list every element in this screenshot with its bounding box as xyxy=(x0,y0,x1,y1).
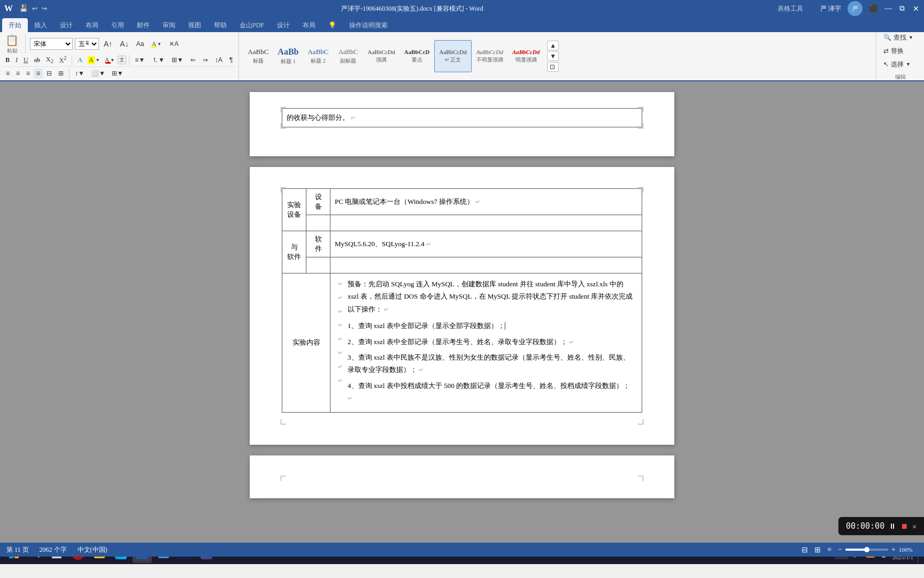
zoom-minus[interactable]: − xyxy=(838,545,842,554)
tab-table-design[interactable]: 设计 xyxy=(271,18,296,32)
timer-widget: 00:00:00 ⏸ ⏹ ✕ xyxy=(838,517,924,535)
tab-view[interactable]: 视图 xyxy=(182,18,207,32)
tab-review[interactable]: 审阅 xyxy=(156,18,182,32)
quick-save[interactable]: 💾 xyxy=(19,4,28,13)
tab-search-icon[interactable]: 💡 xyxy=(322,18,343,32)
font-grow-button[interactable]: A↑ xyxy=(101,39,115,49)
zoom-plus[interactable]: + xyxy=(891,545,896,554)
font-shrink-button[interactable]: A↓ xyxy=(117,39,131,49)
style-title[interactable]: AaBbC 标题 xyxy=(243,40,273,72)
document-area[interactable]: 的收获与心得部分。 ↵ 实验设备 设备 PC 电脑或笔记本一台（Wind xyxy=(0,81,924,544)
align-center-button[interactable]: ≡ xyxy=(13,69,22,78)
table-row-equipment1: 实验设备 设备 PC 电脑或笔记本一台（Windows7 操作系统） ↵ xyxy=(282,189,642,215)
show-marks-button[interactable]: ¶ xyxy=(227,55,235,65)
select-button[interactable]: ↖选择▼ xyxy=(881,59,920,70)
style-heading1[interactable]: AaBb 标题 1 xyxy=(273,40,303,72)
line-spacing-button[interactable]: ↕▼ xyxy=(72,69,87,78)
tab-layout[interactable]: 布局 xyxy=(79,18,105,32)
tab-references[interactable]: 引用 xyxy=(105,18,130,32)
cell-content-body[interactable]: ↵ ↵ ↵ ↵ ↵ ↵ ↵ ↵ 预备：先启动 SQLyog 连入 MySQL，创… xyxy=(330,273,642,413)
timer-close-icon[interactable]: ✕ xyxy=(912,522,917,530)
numbering-button[interactable]: ⒈▼ xyxy=(149,55,167,66)
tab-help[interactable]: 帮助 xyxy=(207,18,233,32)
find-button[interactable]: 🔍查找▼ xyxy=(881,32,920,43)
minimize-button[interactable]: — xyxy=(884,5,892,12)
multilevel-list-button[interactable]: ⊞▼ xyxy=(169,55,186,65)
font-family-select[interactable]: 宋体 xyxy=(30,38,73,50)
italic-button[interactable]: I xyxy=(13,56,20,65)
style-normal[interactable]: AaBbCcDd ↵ 正文 xyxy=(434,40,471,72)
next-page xyxy=(250,455,674,498)
quick-redo[interactable]: ↪ xyxy=(42,5,47,13)
language: 中文(中国) xyxy=(78,545,107,554)
tab-insert[interactable]: 插入 xyxy=(28,18,53,32)
border-button[interactable]: ⊞▼ xyxy=(109,69,126,78)
change-case-button[interactable]: Aa xyxy=(134,39,147,49)
style-heading2[interactable]: AaBbC 标题 2 xyxy=(303,40,333,72)
styles-more[interactable]: ⊡ xyxy=(547,62,559,72)
shading-button[interactable]: ⬜▼ xyxy=(88,69,108,78)
paste-button[interactable]: 📋 xyxy=(3,34,21,47)
cell-software-value: MySQL5.6.20、SQLyog-11.2.4 ↵ xyxy=(330,231,642,257)
web-view-icon[interactable]: ⊞ xyxy=(814,545,821,554)
view-mode-icon[interactable]: ⊟ xyxy=(802,545,808,554)
outline-view-icon[interactable]: ≡ xyxy=(827,545,831,554)
switch-account-icon[interactable]: ⬛ xyxy=(869,4,878,13)
underline-button[interactable]: U xyxy=(21,56,30,65)
style-intense-emphasis[interactable]: AaBbCcDd 明显强调 xyxy=(508,40,544,72)
cell-备 xyxy=(306,215,330,231)
strikethrough-button[interactable]: ab xyxy=(32,56,42,65)
style-subtitle[interactable]: AaBbC 副标题 xyxy=(333,40,363,72)
tab-search[interactable]: 操作说明搜索 xyxy=(343,18,394,32)
increase-indent-button[interactable]: ⇒ xyxy=(200,55,211,65)
tab-table-layout[interactable]: 布局 xyxy=(296,18,322,32)
style-subtle-emphasis[interactable]: AaBbCcDd 不明显强调 xyxy=(472,40,507,72)
tab-mailings[interactable]: 邮件 xyxy=(130,18,156,32)
tab-pdf[interactable]: 金山PDF xyxy=(233,18,271,32)
column-button[interactable]: ⊞ xyxy=(56,69,66,78)
decrease-indent-button[interactable]: ⇐ xyxy=(188,55,198,65)
text-effect-button[interactable]: A xyxy=(75,56,84,65)
ribbon-tabs: 开始 插入 设计 布局 引用 邮件 审阅 视图 帮助 金山PDF 设计 布局 💡… xyxy=(0,17,924,32)
timer-stop-icon[interactable]: ⏹ xyxy=(900,522,908,530)
font-size-select[interactable]: 五号 xyxy=(75,38,99,50)
document-title: 严泽宇-1906460308(实验五).docx [兼容模式] - Word xyxy=(47,4,777,13)
para-mark-3: ↵ xyxy=(338,307,343,317)
clear-format-button[interactable]: ✕A xyxy=(166,39,181,49)
content-intro: 预备：先启动 SQLyog 连入 MySQL，创建数据库 student 并往 … xyxy=(348,278,635,315)
content-item1[interactable]: 1、查询 xszl 表中全部记录（显示全部字段数据）； xyxy=(348,320,635,332)
bold-button[interactable]: B xyxy=(3,56,12,65)
font-color-button[interactable]: A▼ xyxy=(103,56,117,65)
align-right-button[interactable]: ≡ xyxy=(24,69,33,78)
sort-button[interactable]: ↕A xyxy=(212,55,225,65)
style-key-point[interactable]: AaBbCcD 要点 xyxy=(400,40,434,72)
subscript-button[interactable]: X2 xyxy=(44,55,56,65)
bullets-button[interactable]: ≡▼ xyxy=(132,55,148,65)
cell-label-software-v: 与软件 xyxy=(282,231,306,273)
titlebar-right: 表格工具 严 泽宇 严 ⬛ — ⧉ ✕ xyxy=(777,1,920,16)
align-left-button[interactable]: ≡ xyxy=(3,69,12,78)
style-emphasis[interactable]: AaBbCcDd 强调 xyxy=(363,40,399,72)
table-row-equipment2 xyxy=(282,215,642,231)
highlight-button[interactable]: A▼ xyxy=(149,39,164,49)
styles-scroll-up[interactable]: ▲ xyxy=(547,41,559,50)
document-table-top: 的收获与心得部分。 ↵ xyxy=(282,108,642,127)
tab-design[interactable]: 设计 xyxy=(53,18,79,32)
justify-button[interactable]: ≡ xyxy=(34,69,43,78)
zoom-area[interactable]: − + 100% xyxy=(838,545,918,554)
styles-scroll-down[interactable]: ▼ xyxy=(547,51,559,61)
quick-undo[interactable]: ↩ xyxy=(32,5,37,13)
text-highlight-button[interactable]: A▼ xyxy=(86,56,102,65)
ruby-button[interactable]: 文 xyxy=(118,56,126,64)
timer-pause-icon[interactable]: ⏸ xyxy=(889,522,896,530)
restore-button[interactable]: ⧉ xyxy=(898,5,906,12)
word-icon: W xyxy=(4,4,13,13)
replace-button[interactable]: ⇄替换 xyxy=(881,45,920,57)
superscript-button[interactable]: X2 xyxy=(57,55,69,65)
user-avatar[interactable]: 严 xyxy=(848,1,863,16)
page-top: 的收获与心得部分。 ↵ xyxy=(250,92,674,156)
tab-home[interactable]: 开始 xyxy=(2,18,28,32)
close-button[interactable]: ✕ xyxy=(912,5,920,12)
para-mark-4: ↵ xyxy=(338,320,343,331)
align-distribute-button[interactable]: ⊟ xyxy=(44,69,55,78)
